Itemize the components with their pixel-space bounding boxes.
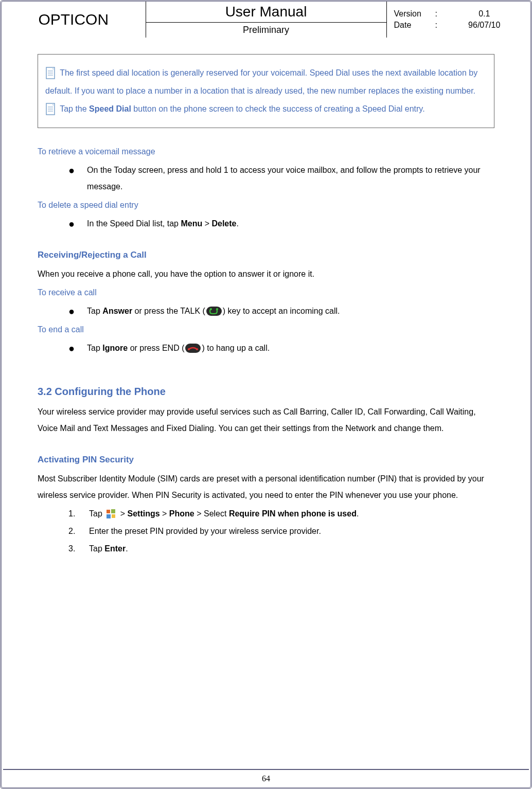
list-item: ● Tap Answer or press the TALK () key to… (68, 303, 494, 319)
delete-e: . (236, 219, 238, 228)
heading-end-call: To end a call (38, 321, 494, 338)
delete-text: In the Speed Dial list, tap Menu > Delet… (87, 216, 494, 232)
svg-rect-16 (107, 514, 111, 518)
step1-h: . (357, 509, 359, 518)
end-b: Ignore (102, 344, 128, 352)
heading-retrieve-voicemail: To retrieve a voicemail message (38, 144, 494, 160)
config-text: Your wireless service provider may provi… (38, 404, 494, 437)
heading-configuring-phone: 3.2 Configuring the Phone (38, 381, 494, 402)
svg-point-10 (216, 308, 218, 310)
heading-delete-speed-dial: To delete a speed dial entry (38, 197, 494, 213)
date-value: 96/07/10 (446, 21, 524, 30)
note-2: Tap the Speed Dial button on the phone s… (45, 100, 487, 118)
receive-intro: When you receive a phone call, you have … (38, 266, 494, 282)
bullet-icon: ● (68, 340, 75, 356)
receive-c: or press the TALK ( (132, 307, 205, 315)
step1-a: Tap (89, 509, 104, 518)
step-1: 1. Tap > Settings > Phone > Select Requi… (68, 506, 494, 522)
delete-b: Menu (181, 219, 202, 228)
date-row: Date : 96/07/10 (391, 20, 527, 31)
svg-rect-8 (206, 307, 222, 316)
svg-rect-14 (107, 510, 110, 513)
step1-e: Phone (169, 509, 194, 518)
receive-a: Tap (87, 307, 102, 315)
end-a: Tap (87, 344, 102, 352)
svg-point-12 (188, 348, 190, 350)
step-2-num: 2. (68, 523, 89, 540)
note-2a: Tap the (60, 104, 89, 113)
content-area: The first speed dial location is general… (2, 38, 530, 568)
title-cell: User Manual (146, 2, 386, 23)
step1-c: Settings (127, 509, 159, 518)
note-1-text: The first speed dial location is general… (45, 68, 477, 95)
list-item: ● In the Speed Dial list, tap Menu > Del… (68, 216, 494, 232)
bullet-icon: ● (68, 303, 75, 319)
step-3-text: Tap Enter. (89, 541, 128, 557)
page-frame: OPTICON User Manual Version : 0.1 Date :… (0, 0, 532, 789)
delete-d: Delete (211, 219, 236, 228)
receive-b: Answer (102, 307, 132, 315)
note-1: The first speed dial location is general… (45, 64, 487, 100)
date-label: Date (394, 21, 435, 30)
step-2: 2. Enter the preset PIN provided by your… (68, 523, 494, 540)
note-box: The first speed dial location is general… (38, 54, 494, 128)
version-label: Version (394, 9, 435, 19)
version-row: Version : 0.1 (391, 8, 527, 20)
talk-key-icon (206, 307, 222, 316)
subtitle-cell: Preliminary (146, 23, 386, 38)
step1-d: > (160, 509, 169, 518)
svg-point-9 (210, 308, 212, 310)
step3-a: Tap (89, 544, 104, 553)
svg-point-13 (196, 348, 198, 350)
version-value: 0.1 (446, 9, 524, 19)
end-d: ) to hang up a call. (202, 344, 270, 352)
pin-text: Most Subscriber Identity Module (SIM) ca… (38, 471, 494, 504)
heading-receiving-rejecting: Receiving/Rejecting a Call (38, 246, 494, 264)
subtitle-text: Preliminary (243, 25, 289, 35)
brand-text: OPTICON (38, 11, 109, 28)
title-text: User Manual (225, 4, 307, 20)
step1-f: > Select (194, 509, 229, 518)
date-sep: : (435, 21, 446, 30)
step3-c: . (126, 544, 128, 553)
version-sep: : (435, 9, 446, 19)
header: OPTICON User Manual Version : 0.1 Date :… (2, 2, 530, 38)
meta-cell: Version : 0.1 Date : 96/07/10 (386, 2, 530, 38)
note-icon (45, 102, 57, 117)
heading-pin-security: Activating PIN Security (38, 451, 494, 469)
bullet-icon: ● (68, 216, 75, 232)
step1-g: Require PIN when phone is used (229, 509, 357, 518)
end-key-icon (185, 344, 201, 353)
step-1-text: Tap > Settings > Phone > Select Require … (89, 506, 359, 522)
footer-rule (3, 769, 529, 770)
svg-rect-17 (112, 514, 115, 518)
step-3-num: 3. (68, 541, 89, 557)
step1-b: > (118, 509, 127, 518)
step-2-text: Enter the preset PIN provided by your wi… (89, 523, 321, 540)
delete-c: > (202, 219, 211, 228)
heading-receive-call: To receive a call (38, 284, 494, 301)
receive-text: Tap Answer or press the TALK () key to a… (87, 303, 494, 319)
delete-a: In the Speed Dial list, tap (87, 219, 181, 228)
end-c: or press END ( (128, 344, 184, 352)
list-item: ● Tap Ignore or press END () to hang up … (68, 340, 494, 356)
step-1-num: 1. (68, 506, 89, 522)
bullet-icon: ● (68, 162, 75, 195)
receive-d: ) key to accept an incoming call. (223, 307, 340, 315)
svg-rect-15 (111, 509, 115, 513)
note-2c: button on the phone screen to check the … (131, 104, 425, 113)
retrieve-text: On the Today screen, press and hold 1 to… (87, 162, 494, 195)
step-3: 3. Tap Enter. (68, 541, 494, 557)
note-icon (45, 66, 57, 81)
page-number: 64 (2, 774, 530, 783)
end-text: Tap Ignore or press END () to hang up a … (87, 340, 494, 356)
note-2b: Speed Dial (89, 104, 131, 113)
step3-b: Enter (104, 544, 126, 553)
brand-cell: OPTICON (2, 2, 146, 38)
list-item: ● On the Today screen, press and hold 1 … (68, 162, 494, 195)
start-menu-icon (105, 508, 117, 519)
